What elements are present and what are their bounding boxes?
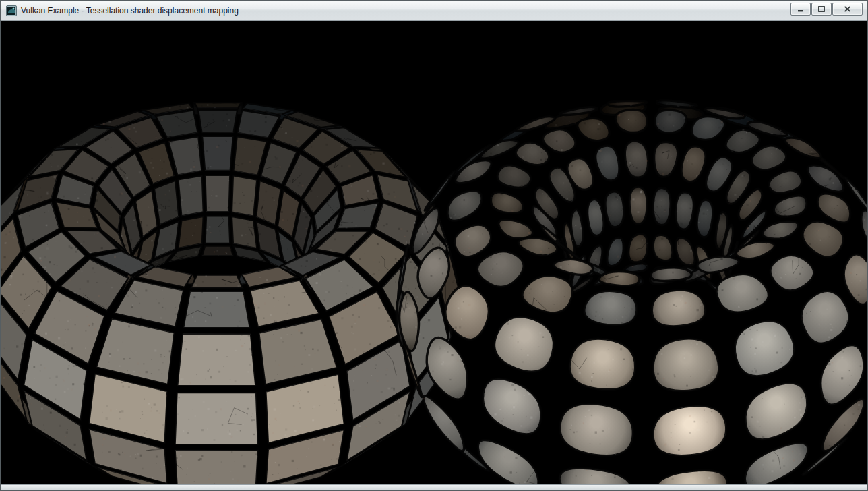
title-bar[interactable]: Vulkan Example - Tessellation shader dis… bbox=[1, 1, 867, 21]
maximize-icon bbox=[818, 6, 825, 12]
minimize-button[interactable] bbox=[790, 3, 811, 16]
maximize-button[interactable] bbox=[811, 3, 832, 16]
close-icon bbox=[844, 6, 851, 12]
caption-buttons bbox=[790, 3, 863, 16]
app-icon[interactable] bbox=[6, 5, 17, 16]
window-bottom-frame bbox=[1, 484, 867, 490]
application-window: Vulkan Example - Tessellation shader dis… bbox=[0, 0, 868, 491]
render-canvas[interactable] bbox=[1, 21, 867, 484]
minimize-icon bbox=[797, 6, 804, 12]
close-button[interactable] bbox=[832, 3, 863, 16]
window-title: Vulkan Example - Tessellation shader dis… bbox=[21, 6, 239, 16]
